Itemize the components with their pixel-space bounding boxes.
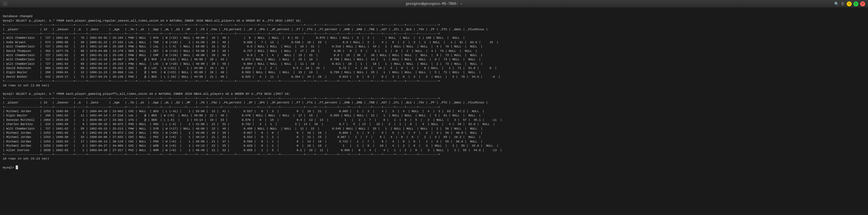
title-bar: ⬛ gesogeso@gesogeso-MS-7B86: ~ 🔍 ☰ − + × <box>0 0 868 8</box>
search-icon[interactable]: 🔍 <box>834 2 839 6</box>
terminal: Database changed mysql> SELECT a._player… <box>0 8 868 215</box>
terminal-content: Database changed mysql> SELECT a._player… <box>3 14 865 170</box>
cursor <box>16 166 18 169</box>
table-output-2: +--------------------+------+-----------… <box>3 97 502 156</box>
window-title: gesogeso@gesogeso-MS-7B86: ~ <box>406 2 462 6</box>
final-prompt[interactable]: mysql> <box>3 166 18 169</box>
prompt-line-1: mysql> SELECT a._player, e.* FROM each_p… <box>3 19 302 23</box>
db-changed-line: Database changed <box>3 14 33 18</box>
rows-time-2: 10 rows in set (0.13 sec) <box>3 157 49 160</box>
menu-icon[interactable]: ☰ <box>840 2 845 6</box>
close-button[interactable]: × <box>860 1 865 6</box>
maximize-button[interactable]: + <box>854 1 859 6</box>
window-controls: 🔍 ☰ − + × <box>834 1 865 6</box>
rows-time-1: 10 rows in set (2.68 sec) <box>3 84 49 87</box>
prompt-line-2: mysql> SELECT a._player, e.* FROM each_p… <box>3 92 290 96</box>
table-output-1: +--------------------+------+-----------… <box>3 23 500 83</box>
title-bar-left: ⬛ <box>3 2 7 6</box>
terminal-icon: ⬛ <box>3 2 7 6</box>
minimize-button[interactable]: − <box>847 1 852 6</box>
